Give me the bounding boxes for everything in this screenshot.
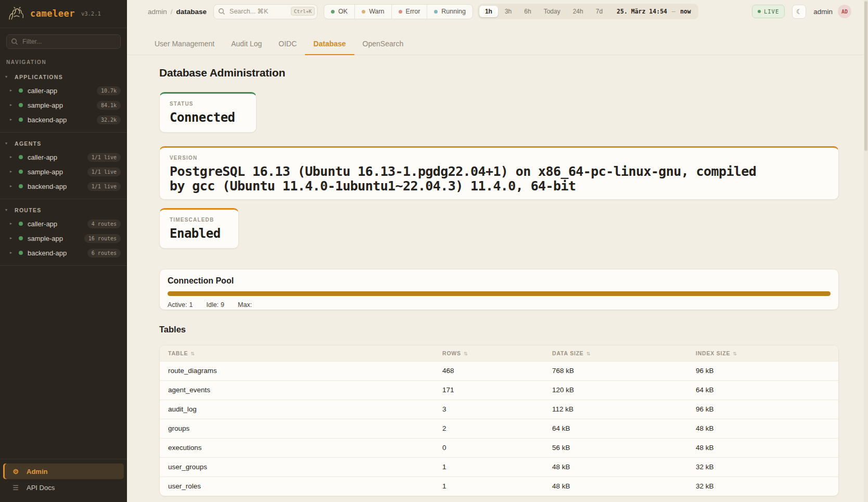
sort-icon: ⇅ (464, 351, 468, 356)
tab-oidc[interactable]: OIDC (270, 40, 305, 55)
table-row[interactable]: user_roles148 kB32 kB (160, 477, 838, 496)
live-badge[interactable]: LIVE (752, 5, 785, 18)
status-filter-running[interactable]: Running (427, 5, 473, 19)
status-filter-warn[interactable]: Warn (354, 5, 391, 19)
chevron-right-icon: ▸ (10, 118, 14, 122)
chevron-right-icon: ▸ (10, 88, 14, 93)
column-header-index-size[interactable]: INDEX SIZE⇅ (687, 345, 838, 361)
chevron-down-icon: ▾ (5, 208, 7, 212)
footer-item-label: API Docs (27, 484, 55, 492)
time-range-1h[interactable]: 1h (479, 6, 498, 17)
connection-pool-bar (168, 291, 831, 296)
time-range-group: 1h3h6hToday24h7d 25. März 14:54 — now (478, 4, 698, 19)
tab-user-management[interactable]: User Management (146, 40, 223, 55)
table-cell: 48 kB (544, 457, 687, 477)
dark-mode-toggle[interactable]: ☾ (792, 5, 806, 19)
sidebar-item-caller-app[interactable]: ▸caller-app1/1 live (0, 150, 127, 164)
sidebar-item-caller-app[interactable]: ▸caller-app4 routes (0, 216, 127, 231)
tab-database[interactable]: Database (305, 40, 354, 55)
status-filter-group: OKWarnErrorRunning (324, 4, 473, 19)
column-header-data-size[interactable]: DATA SIZE⇅ (544, 345, 687, 361)
table-cell: 64 kB (687, 380, 838, 400)
scrollbar-thumb[interactable] (864, 1, 867, 151)
time-range-24h[interactable]: 24h (567, 6, 589, 17)
filter-input[interactable] (6, 34, 121, 49)
sidebar-item-label: backend-app (28, 249, 83, 257)
user-name: admin (813, 8, 833, 16)
table-row[interactable]: agent_events171120 kB64 kB (160, 380, 838, 400)
column-header-table[interactable]: TABLE⇅ (160, 345, 434, 361)
column-header-label: INDEX SIZE (696, 350, 730, 356)
status-dot (19, 222, 23, 226)
sidebar-item-api-docs[interactable]: ☰API Docs (3, 480, 124, 495)
breadcrumb-parent[interactable]: admin (148, 8, 167, 16)
sidebar-item-sample-app[interactable]: ▸sample-app16 routes (0, 231, 127, 246)
page-title: Database Administration (159, 67, 839, 79)
table-row[interactable]: executions056 kB48 kB (160, 438, 838, 457)
status-filter-label: OK (338, 8, 348, 15)
search-kbd-shortcut: Ctrl+K (291, 7, 315, 16)
status-filter-ok[interactable]: OK (324, 5, 354, 19)
sidebar-item-sample-app[interactable]: ▸sample-app84.1k (0, 98, 127, 112)
breadcrumb-current: database (176, 8, 207, 16)
sidebar: cameleer v3.2.1 NAVIGATION ▾APPLICATIONS… (0, 0, 127, 502)
section-label: AGENTS (15, 140, 42, 147)
section-label: APPLICATIONS (15, 74, 63, 80)
section-label: ROUTES (15, 207, 42, 213)
table-cell: 64 kB (544, 419, 687, 438)
table-cell: 0 (434, 438, 544, 457)
status-filter-error[interactable]: Error (391, 5, 427, 19)
tab-audit-log[interactable]: Audit Log (223, 40, 270, 55)
section-header-applications[interactable]: ▾APPLICATIONS (0, 71, 127, 83)
footer-item-label: Admin (27, 468, 47, 475)
version-card-label: VERSION (170, 155, 828, 161)
vertical-scrollbar[interactable] (864, 0, 868, 502)
sidebar-item-admin[interactable]: ⚙Admin (3, 464, 124, 479)
time-range-7d[interactable]: 7d (590, 6, 608, 17)
breadcrumb-separator: / (171, 8, 173, 16)
item-badge: 1/1 live (87, 168, 121, 176)
gear-icon: ⚙ (11, 468, 20, 475)
topbar-right-group: LIVE ☾ admin AD (752, 5, 851, 19)
sidebar-item-backend-app[interactable]: ▸backend-app32.2k (0, 112, 127, 127)
sidebar-item-caller-app[interactable]: ▸caller-app10.7k (0, 83, 127, 98)
status-dot (19, 118, 23, 122)
table-cell: 32 kB (687, 477, 838, 496)
time-range-6h[interactable]: 6h (518, 6, 537, 17)
status-dot (19, 88, 23, 93)
status-filter-label: Running (441, 8, 466, 15)
sidebar-item-backend-app[interactable]: ▸backend-app1/1 live (0, 179, 127, 194)
table-cell: user_roles (160, 477, 434, 496)
section-header-agents[interactable]: ▾AGENTS (0, 137, 127, 150)
pool-active-value: 1 (189, 301, 193, 308)
tabs-bar: User ManagementAudit LogOIDCDatabaseOpen… (127, 23, 868, 55)
timescaledb-card-value: Enabled (170, 226, 228, 241)
breadcrumb: admin / database (148, 8, 207, 16)
pool-max-stat: Max: (238, 301, 254, 308)
column-header-rows[interactable]: ROWS⇅ (434, 345, 544, 361)
table-row[interactable]: audit_log3112 kB96 kB (160, 400, 838, 419)
version-card-value: PostgreSQL 16.13 (Ubuntu 16.13-1.pgdg22.… (170, 164, 768, 193)
time-range-3h[interactable]: 3h (499, 6, 517, 17)
sidebar-item-label: sample-app (28, 235, 80, 242)
timescaledb-card-label: TIMESCALEDB (170, 217, 228, 223)
section-header-routes[interactable]: ▾ROUTES (0, 204, 127, 216)
sidebar-item-sample-app[interactable]: ▸sample-app1/1 live (0, 164, 127, 179)
avatar[interactable]: AD (838, 5, 851, 18)
table-row[interactable]: groups264 kB48 kB (160, 419, 838, 438)
date-range-separator: — (672, 8, 675, 15)
table-cell: 96 kB (687, 400, 838, 419)
date-range[interactable]: 25. März 14:54 — now (617, 8, 691, 15)
time-range-today[interactable]: Today (538, 6, 566, 17)
search-icon (218, 8, 225, 15)
pool-idle-label: Idle: (206, 301, 219, 308)
tab-opensearch[interactable]: OpenSearch (354, 40, 412, 55)
chevron-right-icon: ▸ (10, 222, 14, 226)
status-dot (362, 10, 365, 14)
logo-row[interactable]: cameleer v3.2.1 (0, 0, 127, 28)
sidebar-item-backend-app[interactable]: ▸backend-app6 routes (0, 246, 127, 260)
table-row[interactable]: route_diagrams468768 kB96 kB (160, 361, 838, 380)
table-row[interactable]: user_groups148 kB32 kB (160, 457, 838, 477)
section-divider (0, 132, 127, 133)
main-area: admin / database Ctrl+K OKWarnErrorRunni… (127, 0, 868, 502)
